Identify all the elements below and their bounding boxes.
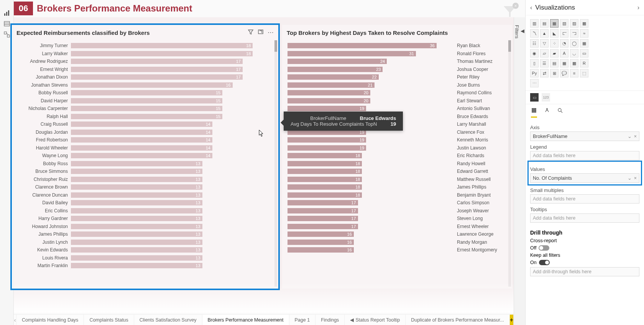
- filled-map-icon[interactable]: ▱: [540, 49, 549, 57]
- bar-row[interactable]: Harry Gardner13: [17, 215, 273, 223]
- visual-expected-reimbursements[interactable]: Expected Reimbursements classified by Br…: [12, 25, 278, 289]
- bar-row[interactable]: David Bailey13: [17, 199, 273, 207]
- fields-tab-icon[interactable]: [531, 107, 537, 118]
- bar-row[interactable]: Justin Lynch13: [17, 238, 273, 246]
- bar-row[interactable]: Bobby Ross13: [17, 160, 273, 168]
- scrollbar[interactable]: [274, 40, 277, 287]
- bar-row[interactable]: 20Earl Stewart: [288, 97, 507, 105]
- map-icon[interactable]: ◉: [530, 49, 539, 57]
- bar-row[interactable]: Wayne Long14: [17, 152, 273, 160]
- bar-row[interactable]: Clarence Brown13: [17, 183, 273, 191]
- bar-row[interactable]: 18Eric Richards: [288, 152, 507, 160]
- bar-row[interactable]: Harold Wheeler14: [17, 144, 273, 152]
- visual-top-brokers-days[interactable]: Top Brokers by Highest Days Taken to Res…: [282, 25, 512, 289]
- pie-icon[interactable]: ◔: [560, 39, 568, 48]
- stacked-area-icon[interactable]: ◣: [550, 29, 559, 38]
- bar-row[interactable]: Ernest Wright17: [17, 66, 273, 74]
- axis-well[interactable]: BrokerFullName⌄×: [530, 131, 639, 141]
- bar-row[interactable]: 20Raymond Collins: [288, 89, 507, 97]
- tab-nav-left[interactable]: ‹: [14, 315, 16, 325]
- page-tab[interactable]: Page 1: [289, 315, 316, 325]
- chart-body[interactable]: 36Ryan Black31Ronald Flores24Thomas Mart…: [282, 40, 512, 286]
- bar-row[interactable]: 18Matthew Russell: [288, 176, 507, 184]
- gauge-icon[interactable]: ◡: [570, 49, 578, 57]
- filters-pane-collapsed[interactable]: ◀ Filters: [514, 17, 525, 325]
- bar-row[interactable]: 21Jose Burns: [288, 81, 507, 89]
- page-tab[interactable]: Findings: [315, 315, 345, 325]
- bar-row[interactable]: 36Ryan Black: [288, 42, 507, 50]
- bar-row[interactable]: Fred Robertson14: [17, 136, 273, 144]
- funnel-icon[interactable]: ▽: [540, 39, 549, 48]
- custom-image-icon[interactable]: ▭: [530, 93, 539, 102]
- chart-body[interactable]: Jimmy Turner18Larry Walker18Andrew Rodri…: [12, 40, 278, 286]
- field-value-label[interactable]: 123: [542, 93, 550, 102]
- bar-row[interactable]: 23Joshua Cooper: [288, 66, 507, 74]
- focus-mode-icon[interactable]: [258, 29, 264, 36]
- stacked-bar-100-icon[interactable]: ▨: [570, 19, 578, 28]
- format-tab-icon[interactable]: [544, 107, 550, 118]
- r-visual-icon[interactable]: R: [580, 59, 588, 67]
- small-multiples-well[interactable]: Add data fields here: [530, 194, 639, 204]
- clustered-column-icon[interactable]: ▧: [560, 19, 568, 28]
- azure-map-icon[interactable]: A: [560, 49, 568, 57]
- stacked-column-icon[interactable]: ▦: [550, 19, 559, 28]
- stacked-bar-icon[interactable]: ▥: [530, 19, 539, 28]
- multi-card-icon[interactable]: ▯: [530, 59, 539, 67]
- shape-map-icon[interactable]: ▰: [550, 49, 559, 57]
- py-visual-icon[interactable]: Py: [530, 69, 539, 77]
- more-icon[interactable]: ⋯: [268, 29, 274, 36]
- legend-well[interactable]: Add data fields here: [530, 151, 639, 160]
- bar-row[interactable]: Bruce Simmons13: [17, 167, 273, 176]
- bar-row[interactable]: Jonathan Dixon17: [17, 73, 273, 81]
- bar-row[interactable]: Louis Rivera13: [17, 254, 273, 262]
- bar-row[interactable]: 18James Phillips: [288, 183, 507, 191]
- bar-row[interactable]: 18Randy Howell: [288, 160, 507, 168]
- keep-filters-toggle[interactable]: [539, 260, 550, 265]
- waterfall-icon[interactable]: ☷: [530, 39, 539, 48]
- bar-row[interactable]: Eric Collins13: [17, 207, 273, 215]
- bar-row[interactable]: Clarence Duncan13: [17, 191, 273, 199]
- filter-glyph[interactable]: ×: [502, 4, 518, 19]
- area-chart-icon[interactable]: ▲: [540, 29, 549, 38]
- decomp-tree-icon[interactable]: ⊞: [550, 69, 559, 77]
- more-visuals-icon[interactable]: ⋯: [530, 79, 539, 87]
- bar-row[interactable]: 18Edward Garrett: [288, 167, 507, 176]
- key-influencers-icon[interactable]: ⇄: [540, 69, 549, 77]
- chevron-left-icon[interactable]: ‹: [530, 4, 532, 11]
- table-view-icon[interactable]: [3, 20, 10, 27]
- report-view-icon[interactable]: [3, 10, 10, 16]
- bar-row[interactable]: Ralph Hall15: [17, 113, 273, 121]
- filter-icon[interactable]: [248, 29, 254, 36]
- bar-row[interactable]: Bobby Russell15: [17, 89, 273, 97]
- card-icon[interactable]: ▭: [580, 49, 588, 57]
- bar-row[interactable]: 17Joseph Weaver: [288, 207, 507, 215]
- bar-row[interactable]: Jonathan Stevens16: [17, 81, 273, 89]
- bar-row[interactable]: 31Ronald Flores: [288, 50, 507, 58]
- donut-icon[interactable]: ◯: [570, 39, 578, 48]
- scrollbar[interactable]: [508, 40, 511, 287]
- bar-row[interactable]: 22Peter Riley: [288, 73, 507, 81]
- tooltips-well[interactable]: Add data fields here: [530, 213, 639, 223]
- page-tab[interactable]: Clients Satisfaction Survey: [134, 315, 202, 325]
- bar-row[interactable]: Craig Russell14: [17, 120, 273, 128]
- combo1-icon[interactable]: ⫍: [560, 29, 568, 38]
- bar-row[interactable]: 18Benjamin Bryant: [288, 191, 507, 199]
- bar-row[interactable]: David Harper15: [17, 97, 273, 105]
- page-tab[interactable]: Brokers Performance Measurement: [202, 315, 289, 325]
- bar-row[interactable]: 17Carlos Simpson: [288, 199, 507, 207]
- smart-narrative-icon[interactable]: ≡: [570, 69, 578, 77]
- bar-row[interactable]: Douglas Jordan14: [17, 128, 273, 136]
- bar-row[interactable]: 16Ernest Montgomery: [288, 246, 507, 254]
- bar-row[interactable]: 17Steven Long: [288, 215, 507, 223]
- kpi-icon[interactable]: ☰: [540, 59, 549, 67]
- cross-report-toggle[interactable]: [539, 245, 549, 251]
- chevron-down-icon[interactable]: ⌄: [628, 175, 632, 181]
- analytics-tab-icon[interactable]: [557, 107, 563, 118]
- paginated-icon[interactable]: ⬚: [580, 69, 588, 77]
- line-chart-icon[interactable]: 〽: [530, 29, 539, 38]
- bar-row[interactable]: Howard Johnston13: [17, 223, 273, 231]
- matrix-icon[interactable]: ▩: [570, 59, 578, 67]
- treemap-icon[interactable]: ▦: [580, 39, 588, 48]
- close-icon[interactable]: ×: [513, 3, 519, 9]
- ribbon-icon[interactable]: ≈: [580, 29, 588, 38]
